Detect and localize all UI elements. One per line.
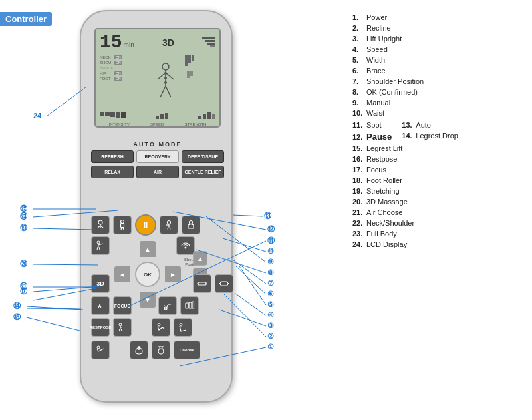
svg-point-52	[158, 349, 164, 354]
svg-text:④: ④	[267, 311, 274, 319]
svg-line-4	[160, 86, 166, 97]
lift-upright-btn[interactable]	[152, 318, 170, 337]
svg-line-20	[168, 227, 168, 230]
svg-text:⑬: ⑬	[264, 212, 272, 220]
svg-point-6	[164, 72, 167, 75]
lcd-unit: min	[124, 41, 134, 49]
svg-text:⑮: ⑮	[13, 313, 21, 321]
icon-row-4: AI FOCUS ⏻ ON/OFF	[91, 296, 199, 315]
list-item-23: 23. Full Body	[352, 230, 458, 238]
legrest-lift-btn[interactable]	[182, 216, 200, 234]
svg-text:⑩: ⑩	[267, 247, 274, 255]
list-item-1: 1. Power	[352, 13, 458, 21]
svg-point-23	[97, 241, 100, 244]
lcd-3d: 3D	[162, 37, 174, 48]
width-btn[interactable]	[215, 274, 233, 293]
list-item-8: 8. OK (Confirmed)	[352, 88, 458, 96]
svg-text:㉑: ㉑	[20, 282, 28, 290]
svg-text:⑤: ⑤	[267, 300, 274, 308]
list-item-16: 16. Restpose	[352, 155, 458, 163]
svg-text:⑪: ⑪	[267, 236, 275, 244]
list-col-13-14: 13. Auto 14. Legrest Drop	[402, 121, 458, 142]
list-item-2: 2. Recline	[352, 24, 458, 32]
brace-btn[interactable]	[193, 274, 211, 293]
svg-point-42	[119, 323, 122, 326]
list-item-4: 4. Speed	[352, 45, 458, 53]
svg-text:③: ③	[267, 321, 274, 329]
list-item-21: 21. Air Choose	[352, 208, 458, 216]
manual-btn[interactable]	[160, 216, 178, 234]
list-item-3: 3. Lift Upright	[352, 35, 458, 43]
list-item-11: 11. Spot	[352, 121, 392, 129]
auto-btn-relax[interactable]: RELAX	[91, 166, 134, 178]
svg-point-50	[97, 346, 100, 349]
svg-line-46	[121, 329, 122, 331]
auto-buttons-grid: REFRESH RECOVERY DEEP TISSUE RELAX AIR G…	[91, 150, 224, 178]
recline-btn[interactable]	[158, 296, 177, 315]
svg-point-28	[185, 247, 187, 249]
air-choose-btn[interactable]: AI	[91, 296, 110, 315]
list-item-5: 5. Width	[352, 56, 458, 64]
full-body-btn[interactable]	[113, 216, 132, 234]
icon-row-3: 3D	[91, 274, 233, 293]
auto-btn-refresh[interactable]: REFRESH	[91, 150, 134, 163]
list-item-19: 19. Stretching	[352, 187, 458, 195]
power-btn[interactable]	[130, 341, 148, 359]
speed-btn[interactable]	[180, 296, 199, 315]
svg-point-9	[98, 220, 102, 224]
list-item-15: 15. Legrest Lift	[352, 144, 458, 152]
list-item-14: 14. Legrest Drop	[402, 132, 458, 140]
svg-text:㉒: ㉒	[20, 204, 28, 212]
auto-btn-gentle-relief[interactable]: GENTLE RELIEF	[182, 166, 224, 178]
choose-btn[interactable]: Choose	[174, 341, 200, 359]
lcd-body-figure	[149, 55, 182, 109]
auto-mode-section: AUTO MODE REFRESH RECOVERY DEEP TISSUE R…	[91, 141, 224, 178]
svg-text:⑦: ⑦	[267, 279, 274, 287]
svg-text:①: ①	[267, 343, 274, 351]
auto-btn-deep-tissue[interactable]: DEEP TISSUE	[182, 150, 224, 163]
dpad-up[interactable]: ▲	[140, 241, 156, 257]
list-item-20: 20. 3D Massage	[352, 198, 458, 206]
svg-point-17	[168, 221, 171, 224]
svg-line-76	[235, 293, 266, 315]
foot-roller-btn[interactable]	[152, 341, 170, 359]
svg-text:⑧: ⑧	[267, 268, 274, 276]
legrest-lift-2-btn[interactable]	[91, 341, 110, 359]
svg-line-5	[166, 86, 171, 97]
svg-point-49	[180, 323, 182, 326]
icon-row-1: ⏸	[91, 214, 200, 236]
svg-rect-14	[121, 224, 124, 228]
svg-text:⑳: ⑳	[20, 260, 28, 268]
svg-rect-41	[192, 302, 194, 308]
legrest-drop-btn[interactable]	[174, 318, 192, 337]
pause-btn[interactable]: ⏸	[135, 214, 156, 236]
svg-point-22	[190, 221, 193, 224]
svg-point-13	[121, 220, 124, 224]
svg-text:24: 24	[33, 112, 42, 120]
svg-line-74	[239, 266, 266, 305]
svg-line-21	[170, 227, 170, 230]
lcd-bottom-labels: INTENSITY SPEED STRENGTH	[96, 120, 219, 126]
auto-btn-air[interactable]: AIR	[136, 166, 179, 178]
list-item-18: 18. Foot Roller	[352, 176, 458, 184]
neck-shoulder-btn[interactable]	[91, 216, 110, 234]
svg-rect-29	[198, 282, 206, 285]
lcd-screen: 15 min 3D NECK	[94, 28, 221, 128]
3d-massage-btn[interactable]: 3D	[91, 274, 110, 293]
svg-text:⑭: ⑭	[13, 302, 21, 310]
auto-btn-recovery[interactable]: RECOVERY	[136, 150, 179, 163]
list-item-17: 17. Focus	[352, 166, 458, 174]
svg-line-86	[27, 317, 80, 331]
spot-btn[interactable]	[113, 318, 132, 337]
shoulder-up-btn[interactable]: ▲	[193, 251, 207, 266]
svg-text:⑫: ⑫	[267, 225, 275, 233]
svg-line-25	[98, 244, 103, 245]
left-panel: Controller 15 min 3D	[0, 0, 346, 420]
restpose-btn[interactable]: RESTPOSE	[91, 318, 110, 337]
stretching-btn[interactable]	[91, 236, 110, 255]
page-container: Controller 15 min 3D	[0, 0, 532, 420]
list-item-6: 6. Brace	[352, 67, 458, 75]
icon-row-5: RESTPOSE	[91, 318, 192, 337]
focus-btn[interactable]: FOCUS	[113, 296, 132, 315]
svg-line-58	[233, 215, 263, 216]
